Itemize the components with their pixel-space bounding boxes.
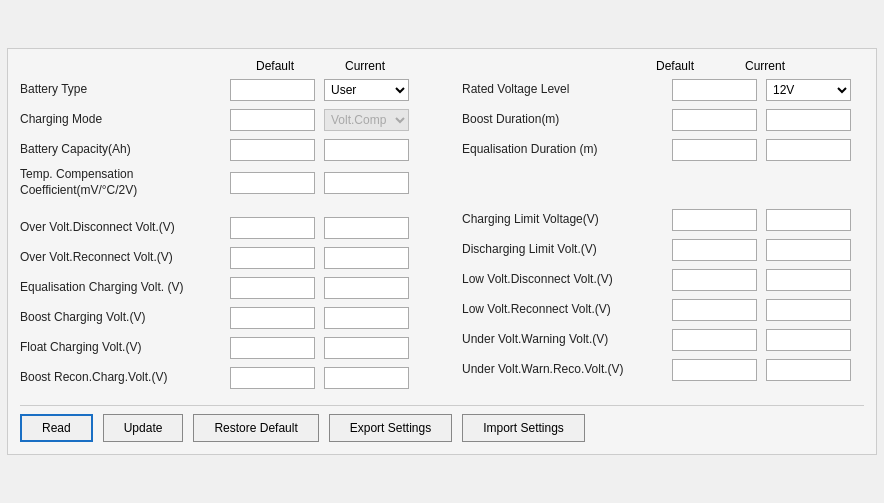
boost-charging-volt-row: Boost Charging Volt.(V) 14.40 14.70 [20, 305, 422, 331]
float-charging-volt-current[interactable]: 13.80 [324, 337, 409, 359]
left-default-header: Default [230, 59, 320, 73]
battery-capacity-row: Battery Capacity(Ah) 200 260 [20, 137, 422, 163]
temp-compensation-default-input[interactable]: -3 [230, 172, 315, 194]
float-charging-volt-default[interactable]: 13.80 [230, 337, 315, 359]
equalisation-duration-current[interactable]: 1 [766, 139, 851, 161]
boost-recon-volt-current[interactable]: 13.20 [324, 367, 409, 389]
charging-limit-volt-default[interactable]: 15.00 [672, 209, 757, 231]
battery-type-default-input[interactable]: Sealed [230, 79, 315, 101]
under-volt-warning-label: Under Volt.Warning Volt.(V) [462, 332, 672, 348]
battery-type-current-select[interactable]: User Sealed Gel Flooded [324, 79, 409, 101]
over-volt-reconnect-default[interactable]: 15.00 [230, 247, 315, 269]
charging-mode-label: Charging Mode [20, 112, 230, 128]
under-volt-warn-reco-label: Under Volt.Warn.Reco.Volt.(V) [462, 362, 672, 378]
boost-duration-default[interactable]: 120 [672, 109, 757, 131]
low-volt-reconnect-label: Low Volt.Reconnect Volt.(V) [462, 302, 672, 318]
battery-capacity-current-input[interactable]: 260 [324, 139, 409, 161]
float-charging-volt-row: Float Charging Volt.(V) 13.80 13.80 [20, 335, 422, 361]
right-current-header: Current [720, 59, 810, 73]
battery-capacity-default-input[interactable]: 200 [230, 139, 315, 161]
under-volt-warn-reco-default[interactable]: 12.20 [672, 359, 757, 381]
under-volt-warn-reco-current[interactable]: 12.20 [766, 359, 851, 381]
low-volt-reconnect-current[interactable]: 12.60 [766, 299, 851, 321]
main-panel: Default Current Default Current Battery … [7, 48, 877, 455]
boost-recon-volt-row: Boost Recon.Charg.Volt.(V) 13.20 13.20 [20, 365, 422, 391]
right-default-header: Default [630, 59, 720, 73]
discharging-limit-volt-current[interactable]: 10.60 [766, 239, 851, 261]
low-volt-disconnect-row: Low Volt.Disconnect Volt.(V) 11.10 11.10 [462, 267, 864, 293]
under-volt-warning-current[interactable]: 12.00 [766, 329, 851, 351]
boost-duration-current[interactable]: 120 [766, 109, 851, 131]
equalisation-duration-label: Equalisation Duration (m) [462, 142, 672, 158]
footer-buttons: Read Update Restore Default Export Setti… [20, 405, 864, 442]
over-volt-reconnect-label: Over Volt.Reconnect Volt.(V) [20, 250, 230, 266]
rated-voltage-current-select[interactable]: 12V 24V 48V [766, 79, 851, 101]
charging-mode-default-input[interactable]: Volt.Comp. [230, 109, 315, 131]
boost-duration-label: Boost Duration(m) [462, 112, 672, 128]
left-current-header: Current [320, 59, 410, 73]
over-volt-reconnect-current[interactable]: 15.00 [324, 247, 409, 269]
boost-charging-volt-default[interactable]: 14.40 [230, 307, 315, 329]
charging-limit-volt-row: Charging Limit Voltage(V) 15.00 15.00 [462, 207, 864, 233]
temp-compensation-row: Temp. CompensationCoefficient(mV/°C/2V) … [20, 167, 422, 199]
low-volt-reconnect-row: Low Volt.Reconnect Volt.(V) 12.60 12.60 [462, 297, 864, 323]
equalisation-charging-volt-label: Equalisation Charging Volt. (V) [20, 280, 230, 296]
equalisation-duration-row: Equalisation Duration (m) 120 1 [462, 137, 864, 163]
restore-default-button[interactable]: Restore Default [193, 414, 318, 442]
equalisation-duration-default[interactable]: 120 [672, 139, 757, 161]
import-settings-button[interactable]: Import Settings [462, 414, 585, 442]
charging-mode-current-select: Volt.Comp [324, 109, 409, 131]
under-volt-warning-default[interactable]: 12.00 [672, 329, 757, 351]
update-button[interactable]: Update [103, 414, 184, 442]
charging-mode-row: Charging Mode Volt.Comp. Volt.Comp [20, 107, 422, 133]
under-volt-warn-reco-row: Under Volt.Warn.Reco.Volt.(V) 12.20 12.2… [462, 357, 864, 383]
discharging-limit-volt-default[interactable]: 10.60 [672, 239, 757, 261]
over-volt-disconnect-default[interactable]: 16.00 [230, 217, 315, 239]
battery-capacity-label: Battery Capacity(Ah) [20, 142, 230, 158]
export-settings-button[interactable]: Export Settings [329, 414, 452, 442]
battery-type-label: Battery Type [20, 82, 230, 98]
battery-type-row: Battery Type Sealed User Sealed Gel Floo… [20, 77, 422, 103]
under-volt-warning-row: Under Volt.Warning Volt.(V) 12.00 12.00 [462, 327, 864, 353]
over-volt-disconnect-row: Over Volt.Disconnect Volt.(V) 16.00 16.0… [20, 215, 422, 241]
equalisation-charging-volt-row: Equalisation Charging Volt. (V) 14.60 14… [20, 275, 422, 301]
equalisation-charging-volt-current[interactable]: 14.75 [324, 277, 409, 299]
temp-compensation-label: Temp. CompensationCoefficient(mV/°C/2V) [20, 167, 230, 198]
over-volt-reconnect-row: Over Volt.Reconnect Volt.(V) 15.00 15.00 [20, 245, 422, 271]
low-volt-disconnect-default[interactable]: 11.10 [672, 269, 757, 291]
rated-voltage-default[interactable]: 12V [672, 79, 757, 101]
rated-voltage-row: Rated Voltage Level 12V 12V 24V 48V [462, 77, 864, 103]
temp-compensation-current-input[interactable]: -3 [324, 172, 409, 194]
discharging-limit-volt-label: Discharging Limit Volt.(V) [462, 242, 672, 258]
boost-duration-row: Boost Duration(m) 120 120 [462, 107, 864, 133]
discharging-limit-volt-row: Discharging Limit Volt.(V) 10.60 10.60 [462, 237, 864, 263]
rated-voltage-label: Rated Voltage Level [462, 82, 672, 98]
over-volt-disconnect-current[interactable]: 16.00 [324, 217, 409, 239]
equalisation-charging-volt-default[interactable]: 14.60 [230, 277, 315, 299]
boost-charging-volt-current[interactable]: 14.70 [324, 307, 409, 329]
boost-recon-volt-label: Boost Recon.Charg.Volt.(V) [20, 370, 230, 386]
charging-limit-volt-label: Charging Limit Voltage(V) [462, 212, 672, 228]
over-volt-disconnect-label: Over Volt.Disconnect Volt.(V) [20, 220, 230, 236]
float-charging-volt-label: Float Charging Volt.(V) [20, 340, 230, 356]
boost-charging-volt-label: Boost Charging Volt.(V) [20, 310, 230, 326]
charging-limit-volt-current[interactable]: 15.00 [766, 209, 851, 231]
low-volt-disconnect-label: Low Volt.Disconnect Volt.(V) [462, 272, 672, 288]
low-volt-reconnect-default[interactable]: 12.60 [672, 299, 757, 321]
low-volt-disconnect-current[interactable]: 11.10 [766, 269, 851, 291]
read-button[interactable]: Read [20, 414, 93, 442]
boost-recon-volt-default[interactable]: 13.20 [230, 367, 315, 389]
